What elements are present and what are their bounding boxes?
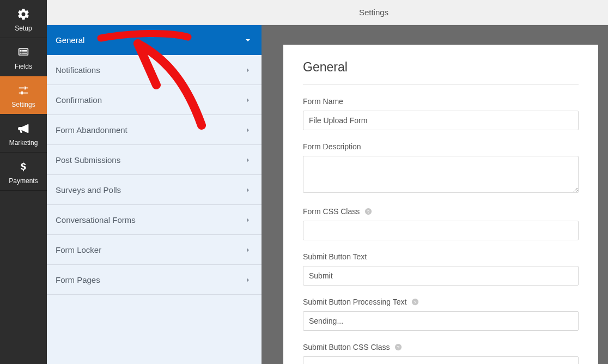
nav-label: Surveys and Polls: [56, 185, 121, 195]
svg-text:?: ?: [367, 209, 369, 215]
chevron-down-icon: [245, 35, 251, 45]
sidebar-label: Marketing: [9, 139, 38, 147]
form-panel: General Form Name Form Description Form …: [283, 45, 598, 364]
settings-nav-confirmation[interactable]: Confirmation: [47, 85, 262, 115]
sidebar-item-setup[interactable]: Setup: [0, 0, 47, 38]
chevron-right-icon: [245, 65, 251, 75]
panel-heading: General: [303, 60, 579, 85]
sliders-icon: [16, 83, 31, 98]
svg-rect-3: [20, 53, 21, 54]
chevron-right-icon: [245, 95, 251, 105]
settings-nav-general[interactable]: General: [47, 25, 262, 55]
gear-icon: [16, 7, 31, 22]
field-form-description: Form Description: [303, 142, 579, 195]
form-description-input[interactable]: [303, 156, 579, 193]
submit-text-label: Submit Button Text: [303, 252, 579, 261]
field-form-css-class: Form CSS Class ?: [303, 207, 579, 240]
label-text: Form CSS Class: [303, 207, 360, 216]
form-description-label: Form Description: [303, 142, 579, 151]
settings-nav-notifications[interactable]: Notifications: [47, 55, 262, 85]
settings-nav-conversational-forms[interactable]: Conversational Forms: [47, 205, 262, 235]
settings-nav-form-locker[interactable]: Form Locker: [47, 235, 262, 265]
form-name-label: Form Name: [303, 97, 579, 106]
svg-rect-1: [20, 50, 21, 51]
sidebar-label: Payments: [9, 177, 38, 185]
field-submit-processing-text: Submit Button Processing Text ?: [303, 298, 579, 331]
nav-label: Form Locker: [56, 245, 101, 254]
settings-nav-post-submissions[interactable]: Post Submissions: [47, 145, 262, 175]
sidebar-item-settings[interactable]: Settings: [0, 76, 47, 114]
submit-css-label: Submit Button CSS Class ?: [303, 343, 579, 351]
svg-rect-5: [22, 51, 27, 52]
nav-label: General: [56, 35, 84, 45]
body-split: General Notifications Confirmation Form …: [47, 25, 608, 364]
svg-rect-2: [20, 51, 21, 52]
sidebar-item-marketing[interactable]: Marketing: [0, 114, 47, 153]
main-area: Settings General Notifications Confirmat…: [47, 0, 608, 364]
list-icon: [16, 45, 31, 60]
submit-css-input[interactable]: [303, 356, 579, 364]
nav-label: Form Pages: [56, 275, 100, 284]
settings-nav-surveys-and-polls[interactable]: Surveys and Polls: [47, 175, 262, 205]
field-submit-button-text: Submit Button Text: [303, 252, 579, 286]
nav-label: Conversational Forms: [56, 215, 136, 225]
sidebar-label: Fields: [15, 63, 32, 70]
settings-nav-form-pages[interactable]: Form Pages: [47, 265, 262, 295]
chevron-right-icon: [245, 245, 251, 254]
form-css-class-input[interactable]: [303, 221, 579, 240]
label-text: Submit Button CSS Class: [303, 343, 390, 351]
nav-label: Post Submissions: [56, 155, 120, 165]
label-text: Submit Button Processing Text: [303, 298, 406, 306]
dollar-icon: [16, 159, 31, 174]
help-icon[interactable]: ?: [411, 298, 419, 306]
submit-processing-input[interactable]: [303, 311, 579, 331]
settings-nav-form-abandonment[interactable]: Form Abandonment: [47, 115, 262, 145]
settings-nav: General Notifications Confirmation Form …: [47, 25, 262, 364]
chevron-right-icon: [245, 125, 251, 135]
sidebar-item-fields[interactable]: Fields: [0, 38, 47, 76]
help-icon[interactable]: ?: [364, 208, 372, 216]
nav-label: Notifications: [56, 65, 100, 75]
chevron-right-icon: [245, 275, 251, 284]
svg-rect-6: [22, 53, 27, 54]
chevron-right-icon: [245, 185, 251, 195]
nav-label: Confirmation: [56, 95, 102, 105]
form-css-class-label: Form CSS Class ?: [303, 207, 579, 216]
page-title: Settings: [359, 8, 388, 17]
chevron-right-icon: [245, 155, 251, 165]
submit-text-input[interactable]: [303, 266, 579, 286]
content-wrap: General Form Name Form Description Form …: [262, 25, 608, 364]
sidebar-item-payments[interactable]: Payments: [0, 153, 47, 191]
svg-text:?: ?: [397, 345, 400, 350]
top-bar: Settings: [47, 0, 608, 25]
bullhorn-icon: [16, 121, 31, 136]
field-submit-css-class: Submit Button CSS Class ?: [303, 343, 579, 364]
help-icon[interactable]: ?: [394, 343, 403, 351]
sidebar-label: Setup: [15, 25, 32, 32]
svg-text:?: ?: [414, 300, 416, 305]
field-form-name: Form Name: [303, 97, 579, 130]
submit-processing-label: Submit Button Processing Text ?: [303, 298, 579, 306]
chevron-right-icon: [245, 215, 251, 225]
form-name-input[interactable]: [303, 111, 579, 130]
left-sidebar: Setup Fields Settings Marketing Payments: [0, 0, 47, 364]
sidebar-label: Settings: [11, 101, 35, 108]
nav-label: Form Abandonment: [56, 125, 127, 135]
svg-rect-4: [22, 50, 27, 51]
